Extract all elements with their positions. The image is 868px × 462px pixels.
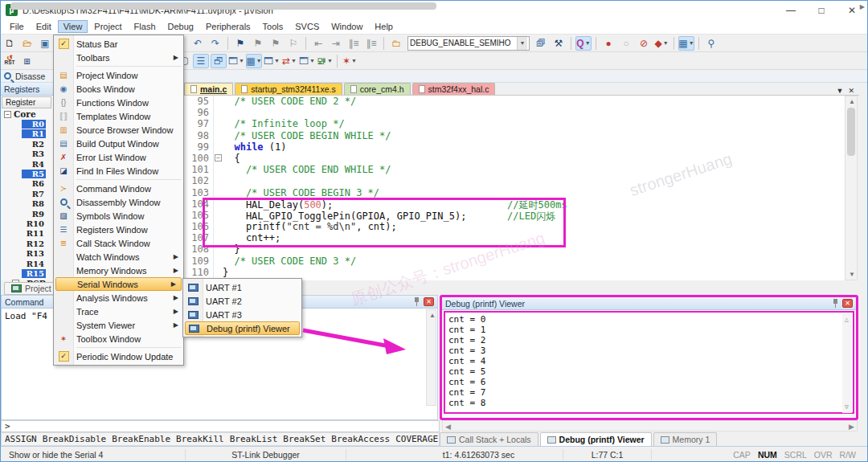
view-menu-item-trace[interactable]: Trace▶ [54,305,183,318]
debug-viewer-horizontal-scrollbar[interactable]: ◀ ▶ [442,420,858,431]
toolbox-button[interactable]: ✶▼ [342,54,358,68]
editor-tab-stm32f4xx-hal-c[interactable]: stm32f4xx_hal.c [412,83,496,95]
minimize-button[interactable]: — [776,1,806,19]
bookmark-toggle-button[interactable]: ⚑ [232,36,248,51]
fold-margin[interactable]: − [213,153,223,164]
bottom-tab-call-stack-locals[interactable]: Call Stack + Locals [440,432,538,446]
find-in-files-button[interactable]: Q▼ [575,36,592,51]
debug-viewer-vertical-scrollbar[interactable]: △ ▽ [842,313,852,413]
debug-viewer-output[interactable]: △ ▽ cnt = 0cnt = 1cnt = 2cnt = 3cnt = 4c… [444,311,854,414]
navigate-forward-button[interactable]: ↷ [207,36,223,51]
view-menu-item-status-bar[interactable]: ✓Status Bar [54,37,183,51]
command-button-breakkill[interactable]: BreakKill [176,434,224,444]
disable-all-breakpoints-button[interactable]: ⊘ [636,36,652,51]
translate-button[interactable]: 🗊 [533,36,549,51]
view-menu-item-find-in-files-window[interactable]: ◪Find In Files Window [54,164,183,178]
reset-cpu-button[interactable]: ↺RST [2,54,18,68]
memory-windows-button[interactable]: ▦▼ [246,54,262,68]
view-menu-item-disassembly-window[interactable]: Disassembly Window [54,195,183,209]
bottom-tab-memory-1[interactable]: Memory 1 [653,432,718,446]
insert-breakpoint-button[interactable]: ● [600,36,616,51]
indent-button[interactable]: ⇥ [328,36,344,51]
system-viewer-button[interactable]: 🖳▼ [317,54,333,68]
view-menu-item-toolbox-window[interactable]: ✶Toolbox Window [54,332,183,345]
disable-breakpoint-button[interactable]: ○ [618,36,634,51]
command-button-assign[interactable]: ASSIGN [5,434,37,444]
open-file-button[interactable]: 🗁 [19,36,35,51]
view-menu-item-watch-windows[interactable]: Watch Windows▶ [54,250,183,264]
save-button[interactable]: ▣ [37,36,53,51]
register-column-header[interactable]: Register [2,96,51,108]
command-button-coverage[interactable]: COVERAGE [395,434,438,444]
navigate-back-button[interactable]: ↶ [190,36,206,51]
menu-debug[interactable]: Debug [162,20,199,33]
maximize-button[interactable]: □ [806,1,837,19]
debug-viewer-close-icon[interactable]: ✕ [842,299,853,308]
close-file-icon[interactable]: ✕ [848,87,854,95]
kill-all-breakpoints-button[interactable]: ◆▼ [653,36,669,51]
menu-flash[interactable]: Flash [129,20,162,33]
menu-project[interactable]: Project [88,20,127,33]
view-menu-item-toolbars[interactable]: Toolbars▶ [54,51,183,64]
editor-tab-startup-stm32f411xe-s[interactable]: startup_stm32f411xe.s [235,83,342,95]
command-button-breakenable[interactable]: BreakEnable [112,434,170,444]
menu-window[interactable]: Window [326,20,368,33]
view-menu-item-command-window[interactable]: ≻Command Window [54,182,183,195]
view-menu-item-serial-windows[interactable]: Serial Windows▶ [55,277,182,291]
watch-windows-button[interactable]: 🗔▼ [228,54,244,68]
serial-windows-button[interactable]: 🗖▼ [264,54,280,68]
command-button-breakaccess[interactable]: BreakAccess [331,434,390,444]
view-menu-item-memory-windows[interactable]: Memory Windows▶ [54,264,183,277]
call-stack-window-button[interactable]: 🗗 [211,54,227,68]
trace-windows-button[interactable]: 🗔▼ [299,54,315,68]
target-select-combo[interactable]: DEBUG_ENABLE_SEMIHO ▼ [407,36,530,51]
registers-window-button[interactable]: ☰ [193,54,209,68]
show-next-statement-button[interactable]: 🗉 [19,54,35,68]
command-button-breakdisable[interactable]: BreakDisable [43,434,106,444]
submenu-item-debug-printf-viewer[interactable]: Debug (printf) Viewer [185,321,300,335]
pin-icon[interactable] [832,299,839,308]
pin-icon[interactable] [413,297,420,306]
command-close-icon[interactable]: ✕ [424,297,434,306]
menu-tools[interactable]: Tools [257,20,289,33]
editor-tab-main-c[interactable]: main.c [184,83,233,95]
command-button-breaklist[interactable]: BreakList [230,434,278,444]
code-editor[interactable]: 95 /* USER CODE END 2 */9697 /* Infinite… [184,96,845,280]
analysis-windows-button[interactable]: ⇄▼ [281,54,297,68]
view-menu-item-project-window[interactable]: ▤Project Window [54,68,183,82]
submenu-item-uart-1[interactable]: UART #1 [183,280,301,294]
menu-help[interactable]: Help [369,20,399,33]
view-menu-item-system-viewer[interactable]: System Viewer▶ [54,318,183,332]
menu-edit[interactable]: Edit [31,20,57,33]
editor-tab-core-cm4-h[interactable]: core_cm4.h [344,83,411,95]
unindent-button[interactable]: ⇤ [310,36,326,51]
view-menu-item-books-window[interactable]: ◉Books Window [54,82,183,96]
menu-file[interactable]: File [4,20,30,33]
command-input[interactable]: > [1,420,440,432]
view-menu-item-build-output-window[interactable]: ▤Build Output Window [54,137,183,150]
view-menu-item-call-stack-window[interactable]: ≣Call Stack Window [54,236,183,250]
view-menu-item-periodic-window-update[interactable]: ✓Periodic Window Update [54,350,183,363]
configure-tools-button[interactable]: ⚲ [703,36,719,51]
menu-view[interactable]: View [58,20,88,33]
bookmark-prev-button[interactable]: ⚑ [250,36,266,51]
tab-list-dropdown-icon[interactable]: ▼ [837,87,844,95]
editor-vertical-scrollbar[interactable]: ▲ ▼ [845,96,858,280]
view-menu-item-error-list-window[interactable]: ✗Error List Window [54,150,183,164]
menu-svcs[interactable]: SVCS [289,20,325,33]
uncomment-button[interactable]: ∥≡ [363,36,379,51]
command-button-breakset[interactable]: BreakSet [283,434,326,444]
bookmark-next-button[interactable]: ⚑ [268,36,284,51]
view-menu-item-analysis-windows[interactable]: Analysis Windows▶ [54,291,183,305]
bottom-tab-debug-printf-viewer[interactable]: Debug (printf) Viewer [540,432,652,446]
view-menu-item-templates-window[interactable]: ⟦⟧Templates Window [54,109,183,123]
bookmark-clear-button[interactable]: ⚐ [285,36,301,51]
view-menu-item-symbols-window[interactable]: ▨Symbols Window [54,209,183,223]
comment-button[interactable]: ∥≡ [346,36,362,51]
project-panel-tab[interactable]: Project [4,282,59,295]
build-button[interactable]: ⚒ [551,36,567,51]
view-menu-item-registers-window[interactable]: ☰Registers Window [54,223,183,236]
view-menu-item-functions-window[interactable]: {}Functions Window [54,96,183,109]
view-menu-item-source-browser-window[interactable]: ▥Source Browser Window [54,123,183,137]
combo-dropdown-icon[interactable]: ▼ [517,37,527,50]
